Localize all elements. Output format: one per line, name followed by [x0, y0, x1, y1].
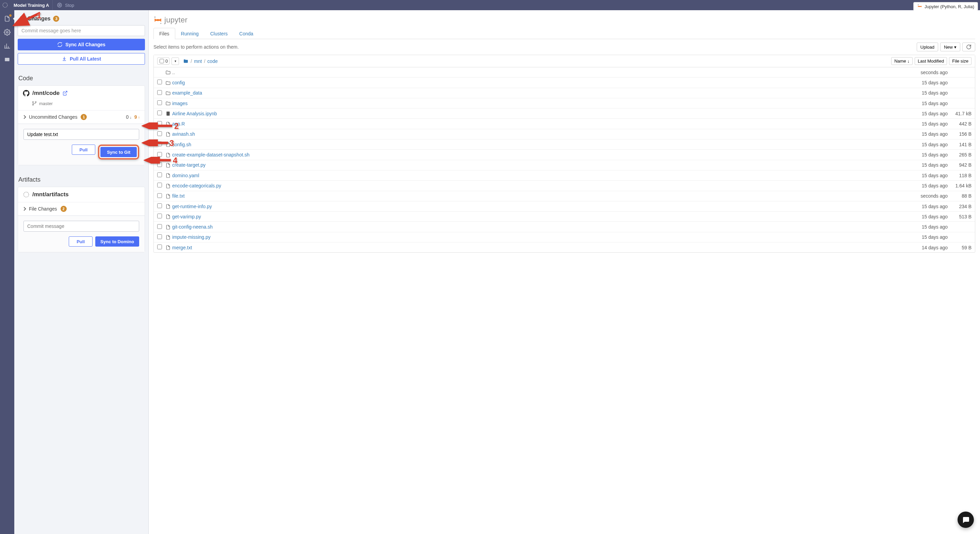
rail-settings-icon[interactable]	[3, 29, 11, 36]
file-checkbox[interactable]	[157, 100, 162, 105]
file-name-link[interactable]: config	[172, 80, 185, 85]
file-row[interactable]: example_data15 days ago	[154, 88, 975, 98]
file-checkbox[interactable]	[157, 141, 162, 146]
file-modified: 15 days ago	[910, 152, 948, 157]
file-name-link[interactable]: impute-missing.py	[172, 234, 211, 240]
file-row-parent[interactable]: ..seconds ago	[154, 67, 975, 77]
select-all-checkbox[interactable]: 0	[157, 57, 169, 65]
file-name-link[interactable]: encode-categoricals.py	[172, 183, 221, 188]
file-name-link[interactable]: config.sh	[172, 142, 191, 147]
tab-files[interactable]: Files	[153, 28, 175, 39]
file-checkbox[interactable]	[157, 162, 162, 167]
file-checkbox[interactable]	[157, 172, 162, 177]
ide-tab-jupyter[interactable]: Jupyter (Python, R, Julia)	[913, 2, 978, 11]
caret-down-icon: ▾	[954, 44, 956, 50]
chat-fab[interactable]	[958, 512, 974, 528]
global-commit-message-input[interactable]	[18, 25, 145, 36]
file-size: 513 B	[948, 214, 972, 219]
file-checkbox[interactable]	[157, 224, 162, 229]
file-size: 118 B	[948, 173, 972, 178]
parent-dir-link[interactable]: ..	[172, 70, 175, 75]
file-row[interactable]: get-runtime-info.py15 days ago234 B	[154, 201, 975, 211]
rail-notes-icon[interactable]	[3, 56, 11, 63]
file-row[interactable]: get-varimp.py15 days ago513 B	[154, 211, 975, 221]
file-checkbox[interactable]	[157, 203, 162, 208]
tab-conda[interactable]: Conda	[234, 28, 259, 39]
breadcrumb-code[interactable]: code	[207, 59, 218, 64]
artifacts-commit-message-input[interactable]	[24, 221, 139, 232]
sync-to-git-button[interactable]: Sync to Git	[100, 147, 137, 157]
file-row[interactable]: config.sh15 days ago141 B	[154, 139, 975, 149]
file-name-link[interactable]: avinash.sh	[172, 131, 195, 137]
open-external-icon[interactable]	[62, 91, 68, 96]
file-checkbox[interactable]	[157, 234, 162, 239]
file-name-link[interactable]: images	[172, 101, 188, 106]
rail-metrics-icon[interactable]	[3, 42, 11, 50]
pull-button[interactable]: Pull	[72, 145, 95, 155]
tab-clusters[interactable]: Clusters	[205, 28, 234, 39]
new-dropdown[interactable]: New ▾	[940, 43, 960, 51]
jupyter-logo: jupyter	[153, 14, 975, 28]
file-name-link[interactable]: git-config-neena.sh	[172, 224, 213, 230]
file-changes-label: File Changes	[29, 206, 57, 211]
stop-button[interactable]: Stop	[53, 2, 78, 8]
file-row[interactable]: create-example-dataset-snapshot.sh15 day…	[154, 149, 975, 159]
file-name-link[interactable]: domino.yaml	[172, 173, 199, 178]
uncommitted-label: Uncommitted Changes	[29, 114, 77, 120]
breadcrumb-mnt[interactable]: mnt	[194, 59, 202, 64]
pull-all-latest-button[interactable]: Pull All Latest	[18, 53, 145, 65]
sort-size-button[interactable]: File size	[949, 57, 972, 65]
file-name-link[interactable]: merge.txt	[172, 245, 192, 250]
branch-name: master	[39, 101, 53, 106]
file-row[interactable]: app.R15 days ago442 B	[154, 118, 975, 129]
file-name-link[interactable]: get-runtime-info.py	[172, 204, 212, 209]
file-name-link[interactable]: Airline Analysis.ipynb	[172, 111, 217, 116]
file-row[interactable]: encode-categoricals.py15 days ago1.64 kB	[154, 180, 975, 191]
sort-modified-button[interactable]: Last Modified	[915, 57, 947, 65]
file-name-link[interactable]: file.txt	[172, 193, 185, 199]
select-dropdown[interactable]: ▾	[172, 57, 179, 65]
file-checkbox[interactable]	[157, 214, 162, 218]
sync-all-changes-button[interactable]: Sync All Changes	[18, 39, 145, 50]
file-row[interactable]: create-target.py15 days ago942 B	[154, 160, 975, 170]
file-name-link[interactable]: get-varimp.py	[172, 214, 201, 219]
file-row[interactable]: images15 days ago	[154, 98, 975, 108]
artifacts-pull-button[interactable]: Pull	[69, 237, 92, 246]
file-name-link[interactable]: example_data	[172, 90, 202, 95]
file-row[interactable]: domino.yaml15 days ago118 B	[154, 170, 975, 180]
code-commit-message-input[interactable]	[24, 129, 139, 140]
sort-name-button[interactable]: Name ↓	[891, 57, 913, 65]
upload-button[interactable]: Upload	[917, 43, 938, 51]
file-checkbox[interactable]	[157, 152, 162, 157]
file-checkbox[interactable]	[157, 121, 162, 126]
branch-icon	[32, 101, 37, 106]
svg-point-6	[32, 101, 33, 102]
file-row[interactable]: config15 days ago	[154, 77, 975, 87]
file-changes-row[interactable]: File Changes 2	[18, 202, 145, 216]
file-icon	[165, 121, 172, 127]
uncommitted-changes-row[interactable]: Uncommitted Changes 1 0 ↓ 9 ↑	[18, 111, 145, 124]
file-checkbox[interactable]	[157, 183, 162, 188]
file-row[interactable]: impute-missing.py15 days ago	[154, 232, 975, 242]
file-row[interactable]: avinash.sh15 days ago156 B	[154, 129, 975, 139]
tab-running[interactable]: Running	[175, 28, 205, 39]
file-checkbox[interactable]	[157, 245, 162, 249]
file-checkbox[interactable]	[157, 131, 162, 136]
file-checkbox[interactable]	[157, 79, 162, 84]
file-row[interactable]: git-config-neena.sh15 days ago	[154, 221, 975, 232]
ide-tab-label: Jupyter (Python, R, Julia)	[924, 4, 974, 9]
folder-icon[interactable]	[183, 59, 189, 64]
file-row[interactable]: Airline Analysis.ipynb15 days ago41.7 kB	[154, 108, 975, 118]
refresh-button[interactable]	[962, 43, 975, 51]
file-row[interactable]: file.txtseconds ago88 B	[154, 191, 975, 201]
file-checkbox[interactable]	[157, 90, 162, 95]
file-name-link[interactable]: create-example-dataset-snapshot.sh	[172, 152, 250, 157]
file-row[interactable]: merge.txt14 days ago59 B	[154, 242, 975, 253]
file-modified: 15 days ago	[910, 234, 948, 240]
file-checkbox[interactable]	[157, 111, 162, 115]
code-repo-card: /mnt/code master Uncommitted Changes 1 0…	[18, 85, 145, 165]
file-size: 442 B	[948, 121, 972, 127]
sync-to-domino-button[interactable]: Sync to Domino	[95, 237, 139, 246]
file-checkbox[interactable]	[157, 193, 162, 198]
rail-files-icon[interactable]	[3, 15, 11, 22]
